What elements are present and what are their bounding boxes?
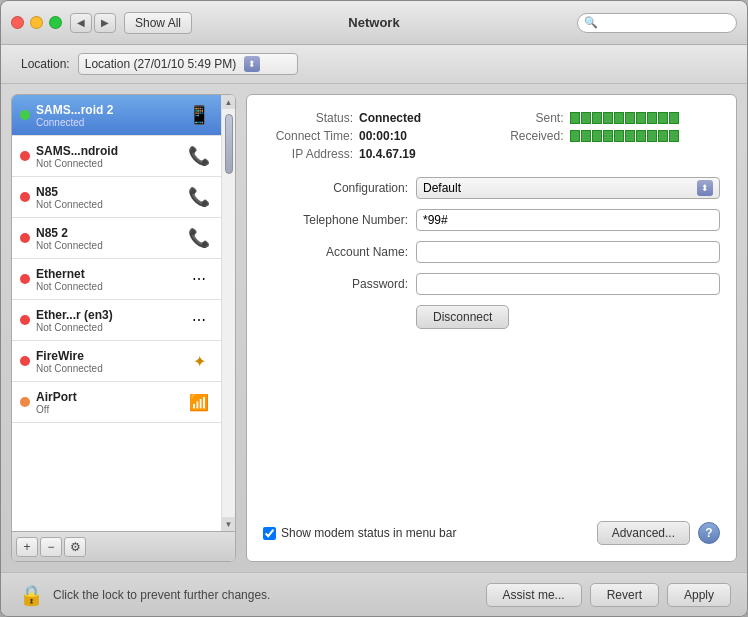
close-button[interactable]: [11, 16, 24, 29]
apply-button[interactable]: Apply: [667, 583, 731, 607]
forward-button[interactable]: ▶: [94, 13, 116, 33]
item-name: N85 2: [36, 226, 185, 240]
search-box[interactable]: 🔍: [577, 13, 737, 33]
sidebar-item-airport[interactable]: AirPort Off 📶: [12, 382, 221, 423]
sidebar-scroll-area: SAMS...roid 2 Connected 📱 SAMS...ndroid …: [12, 95, 235, 531]
item-info: SAMS...ndroid Not Connected: [36, 144, 185, 169]
phone-icon: 📞: [185, 224, 213, 252]
item-status: Connected: [36, 117, 185, 128]
item-status: Not Connected: [36, 281, 185, 292]
window: ◀ ▶ Show All Network 🔍 Location: Locatio…: [0, 0, 748, 617]
action-menu-button[interactable]: ⚙: [64, 537, 86, 557]
item-info: N85 Not Connected: [36, 185, 185, 210]
help-button[interactable]: ?: [698, 522, 720, 544]
status-right: Sent:: [494, 111, 721, 161]
sidebar-item-n85[interactable]: N85 Not Connected 📞: [12, 177, 221, 218]
revert-button[interactable]: Revert: [590, 583, 659, 607]
location-dropdown-arrow: ⬍: [244, 56, 260, 72]
advanced-button[interactable]: Advanced...: [597, 521, 690, 545]
signal-bar: [614, 130, 624, 142]
received-bars: [570, 130, 679, 142]
sidebar-item-sams-ndroid[interactable]: SAMS...ndroid Not Connected 📞: [12, 136, 221, 177]
configuration-row: Configuration: Default ⬍: [263, 177, 720, 199]
item-status: Not Connected: [36, 199, 185, 210]
sent-label: Sent:: [504, 111, 564, 125]
signal-bar: [625, 130, 635, 142]
password-label: Password:: [263, 277, 408, 291]
account-row: Account Name:: [263, 241, 720, 263]
phone-icon: 📞: [185, 142, 213, 170]
scrollbar-up-button[interactable]: ▲: [222, 95, 236, 109]
item-name: FireWire: [36, 349, 185, 363]
connect-time-label: Connect Time:: [263, 129, 353, 143]
status-left: Status: Connected Connect Time: 00:00:10…: [263, 111, 490, 161]
search-input[interactable]: [602, 16, 732, 30]
item-name: SAMS...ndroid: [36, 144, 185, 158]
add-network-button[interactable]: +: [16, 537, 38, 557]
sidebar-item-firewire[interactable]: FireWire Not Connected ✦: [12, 341, 221, 382]
show-modem-checkbox-label[interactable]: Show modem status in menu bar: [263, 526, 456, 540]
sidebar-item-sams-roid2[interactable]: SAMS...roid 2 Connected 📱: [12, 95, 221, 136]
signal-bar: [603, 130, 613, 142]
item-name: N85: [36, 185, 185, 199]
signal-bar: [669, 112, 679, 124]
show-all-button[interactable]: Show All: [124, 12, 192, 34]
location-value: Location (27/01/10 5:49 PM): [85, 57, 236, 71]
assist-me-button[interactable]: Assist me...: [486, 583, 582, 607]
item-info: N85 2 Not Connected: [36, 226, 185, 251]
received-row: Received:: [504, 129, 721, 143]
disconnect-button[interactable]: Disconnect: [416, 305, 509, 329]
window-title: Network: [348, 15, 399, 30]
password-input[interactable]: [416, 273, 720, 295]
phone-icon: 📱: [185, 101, 213, 129]
configuration-control: Default ⬍: [416, 177, 720, 199]
sidebar-scrollbar: ▲ ▼: [221, 95, 235, 531]
item-info: Ethernet Not Connected: [36, 267, 185, 292]
status-dot-red: [20, 315, 30, 325]
sidebar: SAMS...roid 2 Connected 📱 SAMS...ndroid …: [11, 94, 236, 562]
bottom-section: Show modem status in menu bar Advanced..…: [263, 521, 720, 545]
lock-icon[interactable]: 🔒: [17, 581, 45, 609]
sidebar-items-container: SAMS...roid 2 Connected 📱 SAMS...ndroid …: [12, 95, 221, 531]
ethernet-en3-icon: ⋯: [185, 306, 213, 334]
lock-text: Click the lock to prevent further change…: [53, 588, 478, 602]
signal-bar: [636, 112, 646, 124]
ip-address-row: IP Address: 10.4.67.19: [263, 147, 490, 161]
item-name: AirPort: [36, 390, 185, 404]
sent-bars: [570, 112, 679, 124]
signal-bar: [625, 112, 635, 124]
back-button[interactable]: ◀: [70, 13, 92, 33]
scrollbar-down-button[interactable]: ▼: [222, 517, 236, 531]
sidebar-item-n85-2[interactable]: N85 2 Not Connected 📞: [12, 218, 221, 259]
sidebar-item-ethernet-en3[interactable]: Ether...r (en3) Not Connected ⋯: [12, 300, 221, 341]
minimize-button[interactable]: [30, 16, 43, 29]
account-input[interactable]: [416, 241, 720, 263]
item-info: Ether...r (en3) Not Connected: [36, 308, 185, 333]
telephone-input[interactable]: [416, 209, 720, 231]
phone-icon: 📞: [185, 183, 213, 211]
configuration-value: Default: [423, 181, 461, 195]
telephone-label: Telephone Number:: [263, 213, 408, 227]
signal-bar: [581, 130, 591, 142]
configuration-select[interactable]: Default ⬍: [416, 177, 720, 199]
ethernet-icon: ⋯: [185, 265, 213, 293]
item-status: Not Connected: [36, 240, 185, 251]
item-name: SAMS...roid 2: [36, 103, 185, 117]
account-control: [416, 241, 720, 263]
show-modem-checkbox[interactable]: [263, 527, 276, 540]
nav-buttons: ◀ ▶: [70, 13, 116, 33]
maximize-button[interactable]: [49, 16, 62, 29]
location-select[interactable]: Location (27/01/10 5:49 PM) ⬍: [78, 53, 298, 75]
main-panel: Status: Connected Connect Time: 00:00:10…: [246, 94, 737, 562]
item-info: SAMS...roid 2 Connected: [36, 103, 185, 128]
sidebar-toolbar: + − ⚙: [12, 531, 235, 561]
status-value: Connected: [359, 111, 421, 125]
location-label: Location:: [21, 57, 70, 71]
item-status: Not Connected: [36, 363, 185, 374]
airport-icon: 📶: [185, 388, 213, 416]
scrollbar-thumb[interactable]: [225, 114, 233, 174]
scrollbar-track: [222, 109, 235, 517]
signal-bar: [669, 130, 679, 142]
remove-network-button[interactable]: −: [40, 537, 62, 557]
sidebar-item-ethernet[interactable]: Ethernet Not Connected ⋯: [12, 259, 221, 300]
